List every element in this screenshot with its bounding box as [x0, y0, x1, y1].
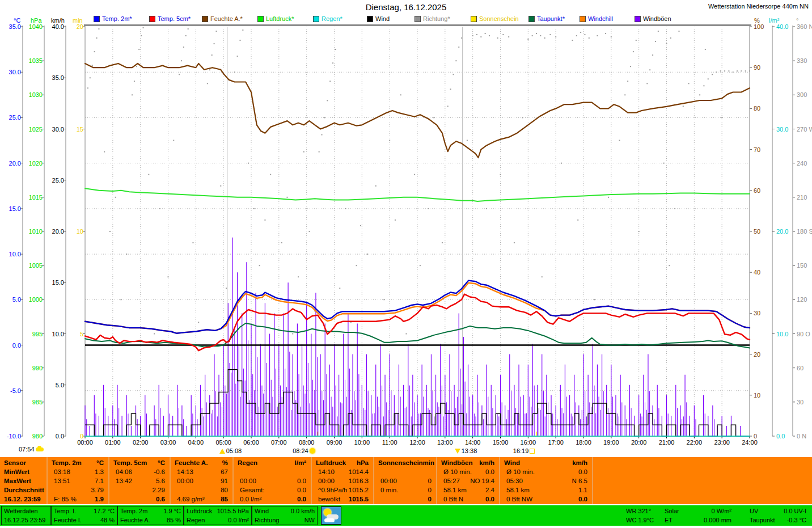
table-cell-value: 2.29 [153, 485, 165, 495]
table-cell-label: 0 min. [378, 485, 398, 495]
svg-text:1010: 1010 [29, 228, 43, 235]
svg-text:0.0: 0.0 [56, 433, 64, 440]
sunrise-twilight-marker: 07:54 [19, 446, 44, 453]
footer-value: 17.2 °C [94, 506, 115, 516]
svg-text:35.0: 35.0 [52, 74, 64, 81]
legend-label: Regen* [322, 15, 342, 22]
svg-text:20.0: 20.0 [52, 228, 64, 235]
legend-swatch-icon [257, 16, 264, 22]
svg-text:1005: 1005 [29, 262, 43, 269]
svg-text:5.0: 5.0 [56, 382, 64, 388]
table-cell-label: F: 85 % [52, 495, 77, 504]
svg-text:18:00: 18:00 [576, 439, 591, 446]
table-cell-label: 0.0 l/m² [238, 495, 261, 504]
svg-text:300: 300 [797, 91, 807, 98]
svg-text:360 N: 360 N [797, 23, 812, 30]
svg-text:995: 995 [32, 331, 43, 337]
table-row-label: Sensor [0, 458, 46, 467]
table-cell-value: 67 [221, 467, 228, 476]
footer-cell: Luftdruck1015.5 hPaRegen0.0 l/m² [184, 506, 252, 525]
table-cell-value: 1.9 [95, 495, 104, 504]
footer-stat: UV0.0 UV-ITaupunkt-0.3 °C [747, 506, 809, 525]
svg-text:60: 60 [754, 187, 760, 194]
table-cell-label: 58.1 km [441, 485, 467, 495]
footer-label: Temp. I. [54, 506, 76, 516]
sensor-name: Temp. 5cm [113, 458, 147, 467]
table-cell-value: 0.0 [578, 495, 587, 504]
svg-text:1040: 1040 [29, 23, 43, 30]
svg-text:40: 40 [754, 269, 760, 276]
legend-item: Taupunkt* [528, 15, 565, 22]
legend-swatch-icon [415, 16, 421, 22]
svg-text:10.0: 10.0 [776, 331, 788, 337]
sensor-name: Windböen [441, 458, 472, 467]
svg-text:25.0: 25.0 [52, 177, 64, 184]
legend-label: Sonnenschein [479, 15, 519, 22]
svg-text:980: 980 [32, 433, 43, 440]
table-column-windb-en: Windböenkm/hØ 10 min.0.005:27NO 19.458.1… [437, 457, 500, 504]
table-cell-label: bewölkt [316, 495, 340, 504]
footer-value: 1.9 °C [163, 506, 181, 516]
svg-text:180 S: 180 S [797, 228, 812, 235]
table-cell-value: 0.0 [297, 476, 306, 485]
table-cell-label: 00:00 [238, 476, 256, 485]
svg-text:30: 30 [754, 310, 760, 316]
legend-item: Luftdruck* [257, 15, 294, 22]
svg-text:10.0: 10.0 [9, 251, 21, 257]
twilight-time: 07:54 [19, 446, 35, 453]
svg-text:20: 20 [77, 23, 83, 30]
moonrise-time: 05:08 [226, 447, 242, 454]
svg-text:16:00: 16:00 [521, 439, 536, 446]
footer-stat-label: WR 321° [626, 506, 651, 516]
table-cell-label [113, 495, 116, 504]
footer-label: Wetterdaten [4, 506, 38, 516]
table-cell-value: 0.6 [156, 495, 165, 504]
legend-swatch-icon [580, 16, 586, 22]
table-cell-label: 04:06 [113, 467, 132, 476]
footer-stat-label: Solar [665, 506, 679, 516]
table-cell-value: NO 19.4 [470, 476, 494, 485]
footer-bar: Wetterdaten16.12.25 23:59Temp. I.17.2 °C… [0, 505, 812, 526]
table-cell-label [378, 495, 380, 504]
legend-label: Richtung* [423, 15, 450, 22]
legend-swatch-icon [367, 16, 373, 22]
svg-text:15.0: 15.0 [52, 279, 64, 286]
table-column-temp-2m: Temp. 2m°C03:181.313:517.13.79F: 85 %1.9 [48, 457, 109, 504]
sensor-unit: km/h [572, 458, 587, 467]
table-column-luftdruck: LuftdruckhPa14:101014.400:001016.3^0.9hP… [312, 457, 374, 504]
table-cell-value: 1015.2 [349, 485, 369, 495]
table-cell-label: 58.1 km [504, 485, 530, 495]
table-cell-label: ^0.9hPa/h [316, 485, 347, 495]
table-cell-value: 1.3 [95, 467, 104, 476]
legend-label: Wind [375, 15, 390, 22]
legend-label: Taupunkt* [537, 15, 565, 22]
table-row-labels-column: SensorMinWertMaxWertDurchschnitt16.12. 2… [0, 457, 48, 504]
svg-text:35.0: 35.0 [9, 23, 21, 30]
svg-text:20.0: 20.0 [9, 160, 21, 167]
svg-text:70: 70 [754, 146, 760, 153]
footer-label: Wind [255, 506, 269, 516]
svg-text:04:00: 04:00 [188, 439, 204, 446]
sunrise-icon [310, 448, 315, 454]
svg-text:0 N: 0 N [797, 433, 806, 440]
table-cell-value: 5.6 [156, 476, 165, 485]
legend-item: Temp. 5cm* [149, 15, 191, 22]
table-cell-label [175, 485, 177, 495]
legend-swatch-icon [313, 16, 319, 22]
svg-text:12:00: 12:00 [409, 439, 425, 446]
footer-stat-label: Taupunkt [750, 516, 775, 525]
table-cell-label: 14:10 [316, 467, 335, 476]
table-cell-label [113, 485, 116, 495]
legend-swatch-icon [94, 16, 100, 22]
svg-text:0.0: 0.0 [12, 342, 21, 349]
svg-text:150: 150 [797, 262, 807, 269]
table-row-label: MinWert [0, 467, 46, 476]
sunset-icon [530, 449, 535, 454]
weather-chart: 35.030.025.020.015.010.05.00.0-5.0-10.01… [0, 0, 812, 457]
svg-text:1035: 1035 [29, 57, 43, 64]
legend-label: Feuchte A.* [210, 15, 243, 22]
footer-stat-value: 0 W/m² [712, 506, 731, 516]
svg-text:30.0: 30.0 [9, 69, 21, 75]
legend-item: Windchill [580, 15, 613, 22]
svg-text:40.0: 40.0 [776, 23, 788, 30]
